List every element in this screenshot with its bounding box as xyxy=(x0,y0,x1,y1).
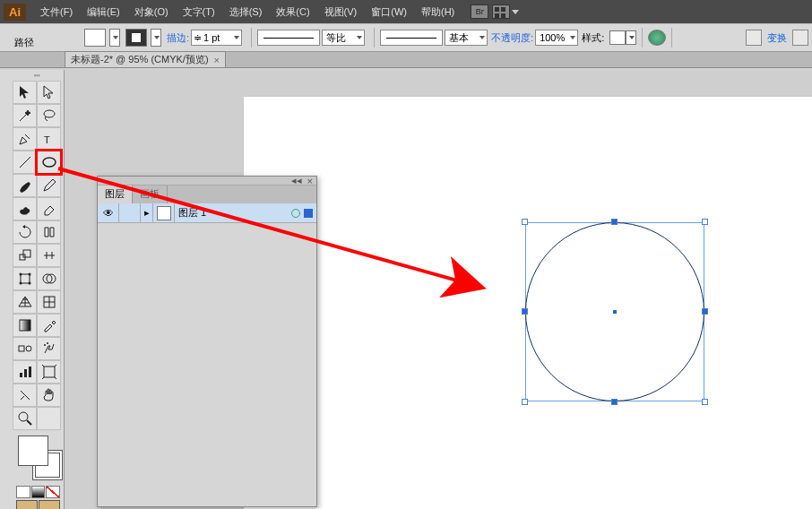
reflect-tool[interactable] xyxy=(37,220,61,244)
zoom-tool[interactable] xyxy=(13,407,37,430)
artboard-tool[interactable] xyxy=(37,360,61,384)
menu-help[interactable]: 帮助(H) xyxy=(414,4,462,21)
free-transform-tool[interactable] xyxy=(13,267,37,290)
fill-swatch[interactable] xyxy=(84,29,106,47)
color-mode-none[interactable] xyxy=(46,486,60,498)
arrange-button[interactable] xyxy=(492,4,510,19)
document-tab[interactable]: 未标题-2* @ 95% (CMYK/预览) × xyxy=(65,51,226,67)
expand-toggle[interactable]: ▸ xyxy=(141,203,153,223)
color-mode-gradient[interactable] xyxy=(31,486,46,498)
brush-preview[interactable] xyxy=(380,30,443,46)
menu-effect[interactable]: 效果(C) xyxy=(269,4,316,21)
style-label: 样式: xyxy=(582,31,604,45)
center-point[interactable] xyxy=(613,310,617,314)
mesh-tool[interactable] xyxy=(37,290,61,314)
line-tool[interactable] xyxy=(13,151,37,174)
draw-normal[interactable] xyxy=(16,500,38,509)
style-swatch[interactable] xyxy=(609,30,626,45)
isolate-button[interactable] xyxy=(792,30,808,46)
layer-row[interactable]: 👁 ▸ 图层 1 xyxy=(98,203,316,223)
align-button[interactable] xyxy=(746,30,762,46)
bridge-button[interactable]: Br xyxy=(471,4,488,19)
fill-stroke-indicator[interactable] xyxy=(13,434,64,484)
proportion-dropdown[interactable]: 等比 xyxy=(322,30,365,46)
selection-tool[interactable] xyxy=(13,81,37,104)
style-dropdown[interactable] xyxy=(626,30,636,45)
app-logo: Ai xyxy=(4,4,26,21)
lasso-tool[interactable] xyxy=(37,104,61,127)
anchor-n[interactable] xyxy=(612,220,617,224)
stroke-swatch[interactable] xyxy=(125,29,147,47)
opacity-label[interactable]: 不透明度: xyxy=(491,31,533,45)
tab-artboards[interactable]: 画板 xyxy=(133,185,168,203)
rotate-tool[interactable] xyxy=(13,220,37,244)
lock-toggle[interactable] xyxy=(119,203,141,223)
selection-indicator[interactable] xyxy=(304,209,313,218)
slice-tool[interactable] xyxy=(13,384,37,407)
symbol-sprayer-tool[interactable] xyxy=(37,337,61,360)
fill-swatch-group[interactable] xyxy=(84,29,120,47)
draw-behind[interactable] xyxy=(39,500,60,509)
menu-select[interactable]: 选择(S) xyxy=(222,4,270,21)
shape-builder-tool[interactable] xyxy=(37,267,61,290)
stroke-style-preview[interactable] xyxy=(257,30,320,46)
hand-tool[interactable] xyxy=(37,384,61,407)
gradient-tool[interactable] xyxy=(13,314,37,337)
stroke-weight-input[interactable]: ≑ 1 pt xyxy=(191,30,242,46)
blend-tool[interactable] xyxy=(13,337,37,360)
layer-name[interactable]: 图层 1 xyxy=(175,206,291,220)
menu-view[interactable]: 视图(V) xyxy=(317,4,365,21)
menu-object[interactable]: 对象(O) xyxy=(127,4,176,21)
handle-nw[interactable] xyxy=(522,219,528,225)
anchor-w[interactable] xyxy=(523,309,527,314)
type-tool[interactable]: T xyxy=(37,127,61,151)
eye-icon: 👁 xyxy=(103,207,114,220)
tab-layers[interactable]: 图层 xyxy=(98,185,133,203)
handle-sw[interactable] xyxy=(522,399,528,405)
svg-rect-21 xyxy=(29,367,31,377)
target-icon[interactable] xyxy=(291,209,300,218)
pen-tool[interactable] xyxy=(13,127,37,151)
column-graph-tool[interactable] xyxy=(13,360,37,384)
width-tool[interactable] xyxy=(37,244,61,267)
panel-header[interactable]: ◂◂ × xyxy=(98,177,316,185)
pencil-tool[interactable] xyxy=(37,174,61,197)
transform-link[interactable]: 变换 xyxy=(767,31,787,45)
perspective-grid-tool[interactable] xyxy=(13,290,37,314)
handle-ne[interactable] xyxy=(702,219,708,225)
menu-text[interactable]: 文字(T) xyxy=(176,4,222,21)
menu-edit[interactable]: 编辑(E) xyxy=(80,4,127,21)
menu-window[interactable]: 窗口(W) xyxy=(364,4,414,21)
stroke-label[interactable]: 描边: xyxy=(167,31,189,45)
brush-dropdown[interactable]: 基本 xyxy=(445,30,488,46)
panel-grip-icon[interactable]: ┅ xyxy=(34,70,42,82)
panel-close-icon[interactable]: × xyxy=(307,176,313,186)
stroke-swatch-group[interactable] xyxy=(125,29,161,47)
recolor-button[interactable] xyxy=(648,30,666,46)
eyedropper-tool[interactable] xyxy=(37,314,61,337)
anchor-s[interactable] xyxy=(612,400,617,404)
color-mode-solid[interactable] xyxy=(16,486,30,498)
stepper-icon[interactable]: ≑ xyxy=(194,32,202,44)
handle-se[interactable] xyxy=(702,399,708,405)
magic-wand-tool[interactable] xyxy=(13,104,37,127)
blob-brush-tool[interactable] xyxy=(13,197,37,220)
anchor-e[interactable] xyxy=(703,309,707,314)
selected-object[interactable] xyxy=(525,222,704,401)
paintbrush-tool[interactable] xyxy=(13,174,37,197)
fill-dropdown[interactable] xyxy=(109,29,120,47)
scale-tool[interactable] xyxy=(13,244,37,267)
layers-panel[interactable]: ◂◂ × 图层 画板 👁 ▸ 图层 1 xyxy=(97,176,317,507)
fill-indicator[interactable] xyxy=(18,436,48,466)
eraser-tool[interactable] xyxy=(37,197,61,220)
direct-selection-tool[interactable] xyxy=(37,81,61,104)
layer-thumbnail[interactable] xyxy=(153,203,175,223)
visibility-toggle[interactable]: 👁 xyxy=(98,203,119,223)
menu-file[interactable]: 文件(F) xyxy=(33,4,80,21)
ellipse-tool[interactable] xyxy=(37,151,61,174)
opacity-input[interactable]: 100% xyxy=(535,30,578,46)
stroke-dropdown[interactable] xyxy=(151,29,161,47)
tab-close-icon[interactable]: × xyxy=(214,55,220,65)
panel-collapse-icon[interactable]: ◂◂ xyxy=(291,175,302,186)
svg-point-16 xyxy=(26,346,31,351)
